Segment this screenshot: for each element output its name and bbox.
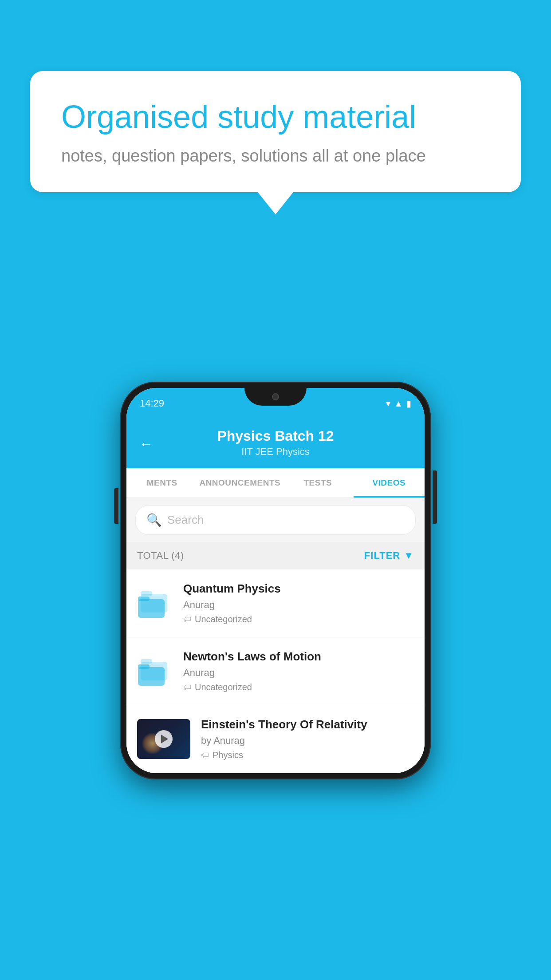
header-title: Physics Batch 12 xyxy=(140,428,411,444)
play-button[interactable] xyxy=(155,730,173,748)
list-item[interactable]: Newton's Laws of Motion Anurag 🏷 Uncateg… xyxy=(126,637,425,705)
tab-announcements[interactable]: ANNOUNCEMENTS xyxy=(197,468,282,498)
back-button[interactable]: ← xyxy=(139,435,153,452)
notch xyxy=(244,388,307,406)
tab-videos[interactable]: VIDEOS xyxy=(354,468,425,498)
video-title: Einstein's Theory Of Relativity xyxy=(201,718,414,731)
search-bar-container: 🔍 Search xyxy=(126,498,425,542)
speech-bubble-card: Organised study material notes, question… xyxy=(30,71,521,192)
video-info: Quantum Physics Anurag 🏷 Uncategorized xyxy=(183,582,414,624)
folder-icon xyxy=(137,656,173,687)
wifi-icon: ▾ xyxy=(386,398,390,409)
tag-icon: 🏷 xyxy=(201,751,209,760)
thumbnail-background xyxy=(137,719,190,759)
search-placeholder: Search xyxy=(167,513,204,527)
tag-icon: 🏷 xyxy=(183,683,191,692)
status-bar: 14:29 ▾ ▲ ▮ xyxy=(126,388,425,419)
folder-front-icon xyxy=(137,593,167,618)
folder-icon xyxy=(137,588,173,619)
phone-outer-frame: 14:29 ▾ ▲ ▮ ← Physics Batch 12 IIT JEE P… xyxy=(120,382,431,779)
app-header: ← Physics Batch 12 IIT JEE Physics xyxy=(126,419,425,468)
filter-label: FILTER xyxy=(364,550,400,561)
total-count: TOTAL (4) xyxy=(137,550,184,561)
tab-bar: MENTS ANNOUNCEMENTS TESTS VIDEOS xyxy=(126,468,425,498)
filter-bar: TOTAL (4) FILTER ▼ xyxy=(126,542,425,569)
speech-bubble-section: Organised study material notes, question… xyxy=(30,71,521,214)
speech-bubble-tail xyxy=(258,192,293,214)
search-icon: 🔍 xyxy=(146,513,162,527)
video-tag: 🏷 Physics xyxy=(201,750,414,760)
header-subtitle: IIT JEE Physics xyxy=(140,446,411,458)
video-author: by Anurag xyxy=(201,735,414,747)
folder-front-icon xyxy=(137,661,167,686)
video-info: Newton's Laws of Motion Anurag 🏷 Uncateg… xyxy=(183,650,414,692)
list-item[interactable]: Quantum Physics Anurag 🏷 Uncategorized xyxy=(126,569,425,637)
status-icons: ▾ ▲ ▮ xyxy=(386,398,411,409)
video-thumbnail xyxy=(137,719,190,759)
video-title: Newton's Laws of Motion xyxy=(183,650,414,664)
video-title: Quantum Physics xyxy=(183,582,414,596)
search-bar[interactable]: 🔍 Search xyxy=(135,505,416,535)
video-info: Einstein's Theory Of Relativity by Anura… xyxy=(201,718,414,760)
phone-mockup: 14:29 ▾ ▲ ▮ ← Physics Batch 12 IIT JEE P… xyxy=(120,382,431,779)
list-item[interactable]: Einstein's Theory Of Relativity by Anura… xyxy=(126,705,425,773)
video-tag: 🏷 Uncategorized xyxy=(183,682,414,692)
status-time: 14:29 xyxy=(140,398,164,409)
signal-icon: ▲ xyxy=(394,399,403,409)
svg-rect-2 xyxy=(138,599,165,618)
tab-ments[interactable]: MENTS xyxy=(126,468,197,498)
filter-button[interactable]: FILTER ▼ xyxy=(364,550,414,561)
play-icon xyxy=(161,735,168,743)
video-author: Anurag xyxy=(183,599,414,611)
filter-icon: ▼ xyxy=(404,550,414,561)
tag-icon: 🏷 xyxy=(183,615,191,624)
bubble-title: Organised study material xyxy=(61,98,490,136)
bubble-subtitle: notes, question papers, solutions all at… xyxy=(61,146,490,166)
svg-rect-7 xyxy=(138,664,150,669)
video-tag: 🏷 Uncategorized xyxy=(183,614,414,624)
svg-rect-3 xyxy=(138,597,150,601)
battery-icon: ▮ xyxy=(406,398,411,409)
tab-tests[interactable]: TESTS xyxy=(282,468,353,498)
svg-rect-6 xyxy=(138,667,165,686)
camera xyxy=(272,393,279,400)
video-list: Quantum Physics Anurag 🏷 Uncategorized xyxy=(126,569,425,773)
phone-screen: 14:29 ▾ ▲ ▮ ← Physics Batch 12 IIT JEE P… xyxy=(126,388,425,773)
video-author: Anurag xyxy=(183,667,414,679)
